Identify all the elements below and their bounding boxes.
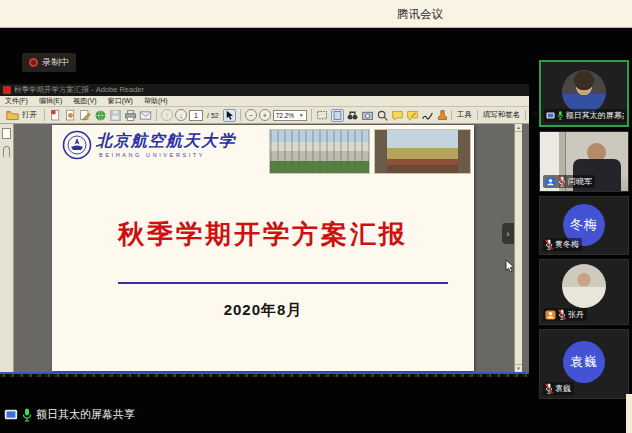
participant-label: 袁巍 bbox=[543, 382, 574, 395]
recording-label: 录制中 bbox=[42, 56, 69, 69]
zoom-out-button[interactable]: − bbox=[245, 109, 257, 121]
select-tool-icon[interactable] bbox=[223, 109, 236, 122]
mic-muted-icon bbox=[558, 176, 566, 187]
pdf-slide-page: 北京航空航天大学 BEIHANG UNIVERSITY 秋季学期开学方案汇报 2… bbox=[52, 125, 474, 371]
highlight-comment-icon[interactable] bbox=[406, 109, 419, 122]
university-name-en: BEIHANG UNIVERSITY bbox=[99, 152, 205, 158]
sign-pen-icon[interactable] bbox=[79, 109, 92, 122]
mouse-cursor bbox=[505, 259, 516, 274]
reader-window-title: 秋季学期开学方案汇报 - Adobe Reader bbox=[14, 85, 144, 95]
avatar bbox=[562, 264, 606, 308]
scroll-up-icon[interactable]: ▲ bbox=[515, 124, 522, 132]
mic-muted-icon bbox=[558, 309, 566, 320]
participant-name: 张丹 bbox=[568, 309, 584, 320]
toolbar-separator bbox=[240, 109, 241, 121]
mic-muted-icon bbox=[545, 239, 553, 250]
slide-title: 秋季学期开学方案汇报 bbox=[52, 217, 474, 252]
caret-down-icon: ▼ bbox=[299, 112, 304, 118]
page-number-input[interactable]: 1 bbox=[189, 110, 203, 121]
participant-tile-video[interactable]: 闫晓军 bbox=[539, 131, 629, 192]
toolbar-separator bbox=[156, 109, 157, 121]
adobe-reader-icon bbox=[3, 86, 11, 94]
participant-label: 张丹 bbox=[543, 308, 587, 321]
menu-help[interactable]: 帮助(H) bbox=[144, 96, 168, 106]
email-icon[interactable] bbox=[139, 109, 152, 122]
participant-name: 黄冬梅 bbox=[555, 239, 579, 250]
mic-on-icon bbox=[22, 408, 32, 422]
menu-file[interactable]: 文件(F) bbox=[5, 96, 28, 106]
meeting-title: 腾讯会议 bbox=[397, 7, 443, 22]
zoom-value: 72.2% bbox=[276, 112, 294, 119]
attachments-icon[interactable] bbox=[3, 146, 10, 157]
marquee-zoom-icon[interactable] bbox=[316, 109, 329, 122]
person-badge-icon bbox=[545, 177, 556, 187]
university-name-cn: 北京航空航天大学 bbox=[96, 131, 236, 152]
menu-window[interactable]: 窗口(W) bbox=[108, 96, 133, 106]
participant-label: 黄冬梅 bbox=[543, 238, 582, 251]
participant-name: 额日其太的屏幕共... bbox=[566, 110, 624, 121]
participant-label: 额日其太的屏幕共... bbox=[544, 109, 627, 122]
campus-building-photo bbox=[269, 129, 370, 174]
binoculars-icon[interactable] bbox=[346, 109, 359, 122]
share-banner: 额日其太的屏幕共享 bbox=[4, 407, 135, 422]
navigation-panel bbox=[0, 124, 14, 372]
panel-expand-chevron[interactable]: › bbox=[502, 223, 514, 244]
screen-share-icon bbox=[546, 111, 555, 120]
zoom-level-select[interactable]: 72.2% ▼ bbox=[273, 110, 307, 121]
mic-muted-icon bbox=[545, 383, 553, 394]
screen-share-icon bbox=[4, 409, 18, 420]
toolbar-separator bbox=[44, 109, 45, 121]
shared-taskbar-strip bbox=[0, 374, 529, 377]
toolbar-separator bbox=[311, 109, 312, 121]
previous-page-button[interactable]: ↑ bbox=[161, 109, 173, 121]
participant-name: 闫晓军 bbox=[568, 176, 592, 187]
adobe-reader-window: 秋季学期开学方案汇报 - Adobe Reader 文件(F) 编辑(E) 视图… bbox=[0, 84, 529, 377]
participant-tile-initials[interactable]: 冬梅 黄冬梅 bbox=[539, 196, 629, 255]
snapshot-icon[interactable] bbox=[361, 109, 374, 122]
slide-divider bbox=[118, 282, 448, 284]
scroll-down-icon[interactable]: ▼ bbox=[515, 364, 522, 372]
recording-indicator[interactable]: 录制中 bbox=[22, 53, 76, 72]
page-total-label: / 52 bbox=[207, 112, 219, 119]
next-page-button[interactable]: ↓ bbox=[175, 109, 187, 121]
desktop-edge-strip bbox=[626, 394, 632, 433]
participant-label: 闫晓军 bbox=[543, 175, 595, 188]
menu-view[interactable]: 视图(V) bbox=[73, 96, 96, 106]
person-badge-icon bbox=[545, 310, 556, 320]
menu-edit[interactable]: 编辑(E) bbox=[39, 96, 62, 106]
share-banner-label: 额日其太的屏幕共享 bbox=[36, 407, 135, 422]
search-icon[interactable] bbox=[376, 109, 389, 122]
print-icon[interactable] bbox=[124, 109, 137, 122]
folder-open-icon bbox=[6, 109, 19, 122]
save-icon[interactable] bbox=[109, 109, 122, 122]
participant-name: 袁巍 bbox=[555, 383, 571, 394]
avatar-initials: 袁巍 bbox=[563, 341, 605, 383]
reader-menubar: 文件(F) 编辑(E) 视图(V) 窗口(W) 帮助(H) bbox=[0, 96, 529, 107]
open-label: 打开 bbox=[22, 110, 37, 120]
signature-icon[interactable] bbox=[421, 109, 434, 122]
avatar bbox=[562, 70, 606, 114]
open-button[interactable]: 打开 bbox=[3, 109, 40, 122]
participant-tile-photo[interactable]: 张丹 bbox=[539, 259, 629, 325]
export-pdf-icon[interactable] bbox=[64, 109, 77, 122]
slide-date: 2020年8月 bbox=[52, 301, 474, 320]
fit-page-icon[interactable] bbox=[331, 109, 344, 122]
recording-icon bbox=[29, 58, 38, 67]
vertical-scrollbar[interactable]: ▲ ▼ bbox=[514, 124, 522, 372]
document-area: 北京航空航天大学 BEIHANG UNIVERSITY 秋季学期开学方案汇报 2… bbox=[0, 124, 529, 372]
fill-sign-panel-button[interactable]: 填写和签名 bbox=[477, 110, 526, 120]
participant-tile-initials[interactable]: 袁巍 袁巍 bbox=[539, 329, 629, 399]
meeting-titlebar: 腾讯会议 bbox=[0, 0, 632, 28]
create-pdf-icon[interactable] bbox=[49, 109, 62, 122]
participant-tile-screen-share[interactable]: 额日其太的屏幕共... bbox=[539, 60, 629, 127]
globe-icon[interactable] bbox=[94, 109, 107, 122]
tools-panel-button[interactable]: 工具 bbox=[451, 110, 477, 120]
stamp-icon[interactable] bbox=[436, 109, 449, 122]
reader-titlebar: 秋季学期开学方案汇报 - Adobe Reader bbox=[0, 84, 529, 96]
sticky-note-icon[interactable] bbox=[391, 109, 404, 122]
beihang-logo-icon bbox=[62, 130, 92, 160]
campus-gate-photo bbox=[374, 129, 471, 174]
meeting-window: 腾讯会议 录制中 秋季学期开学方案汇报 - Adobe Reader 文件(F)… bbox=[0, 0, 632, 433]
zoom-in-button[interactable]: + bbox=[259, 109, 271, 121]
page-thumbnails-icon[interactable] bbox=[2, 128, 11, 139]
